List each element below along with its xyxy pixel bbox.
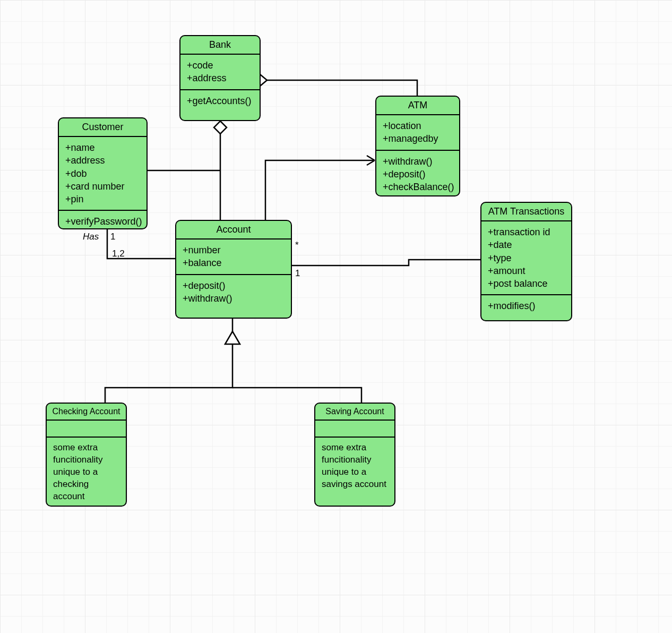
class-attrs: +transaction id +date +type +amount +pos… xyxy=(481,221,571,295)
class-title: Checking Account xyxy=(47,404,126,421)
class-title: Saving Account xyxy=(315,404,394,421)
multiplicity-account-customer: 1,2 xyxy=(112,249,125,259)
class-attrs: +code +address xyxy=(180,55,260,90)
class-ops: +verifyPassword() xyxy=(59,211,147,229)
class-atm[interactable]: ATM +location +managedby +withdraw() +de… xyxy=(375,96,460,196)
class-ops: +withdraw() +deposit() +checkBalance() xyxy=(376,151,459,196)
class-attrs xyxy=(47,421,126,438)
class-attrs: +location +managedby xyxy=(376,115,459,151)
class-atm-transactions[interactable]: ATM Transactions +transaction id +date +… xyxy=(480,202,572,321)
assoc-label-has: Has xyxy=(83,232,99,242)
class-title: Bank xyxy=(180,36,260,55)
multiplicity-account-atm: * xyxy=(295,240,299,251)
class-checking-account[interactable]: Checking Account some extra funcitionali… xyxy=(46,403,127,507)
class-title: Customer xyxy=(59,118,147,137)
multiplicity-account-tx: 1 xyxy=(295,268,300,279)
class-attrs xyxy=(315,421,394,438)
class-title: ATM xyxy=(376,97,459,115)
class-saving-account[interactable]: Saving Account some extra funcitionality… xyxy=(314,403,395,507)
class-account[interactable]: Account +number +balance +deposit() +wit… xyxy=(175,220,292,319)
class-attrs: +number +balance xyxy=(176,239,291,275)
class-bank[interactable]: Bank +code +address +getAccounts() xyxy=(179,35,261,121)
class-customer[interactable]: Customer +name +address +dob +card numbe… xyxy=(58,117,148,229)
class-title: ATM Transactions xyxy=(481,203,571,221)
class-ops: +deposit() +withdraw() xyxy=(176,275,291,318)
class-ops: +modifies() xyxy=(481,295,571,316)
class-attrs: +name +address +dob +card number +pin xyxy=(59,137,147,211)
class-ops: +getAccounts() xyxy=(180,90,260,112)
multiplicity-customer: 1 xyxy=(110,232,115,242)
class-ops: some extra funcitionality unique to a sa… xyxy=(315,438,394,506)
class-title: Account xyxy=(176,221,291,239)
class-ops: some extra funcitionality unique to a ch… xyxy=(47,438,126,507)
